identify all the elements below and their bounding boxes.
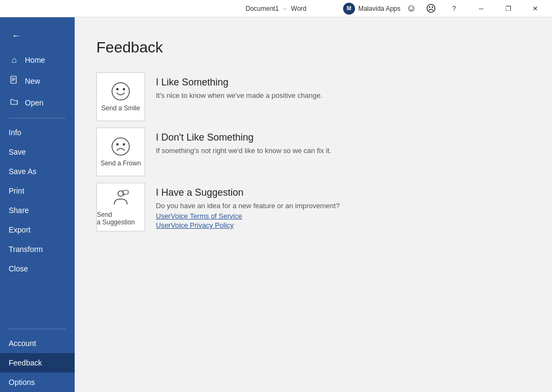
main-layout: ← ⌂ Home New [0,17,552,392]
svg-point-8 [117,144,119,145]
smile-card-icon-box[interactable]: Send a Smile [96,72,145,121]
transform-label: Transform [9,245,43,254]
svg-point-6 [123,89,125,90]
frown-card-text: I Don't Like Something If something's no… [156,128,331,157]
sidebar-divider-top [9,118,66,118]
smile-icon-label: Send a Smile [101,104,140,112]
sidebar-item-close[interactable]: Close [0,259,75,278]
sidebar-item-account[interactable]: Account [0,334,75,353]
minimize-icon: ─ [479,5,484,12]
app-name: Word [291,5,306,12]
print-label: Print [9,187,24,195]
account-label: Account [9,339,36,348]
sidebar-home-label: Home [25,56,45,64]
titlebar: Document1 – Word M Malavida Apps ☺ ☹ ? ─… [0,0,552,17]
feedback-card-suggestion[interactable]: Send a Suggestion I Have a Suggestion Do… [96,183,530,231]
home-icon: ⌂ [9,55,19,65]
smile-face-icon [111,82,130,101]
sidebar-item-feedback[interactable]: Feedback [0,353,75,373]
feedback-card-frown[interactable]: Send a Frown I Don't Like Something If s… [96,128,530,176]
sidebar-item-share[interactable]: Share [0,201,75,220]
minimize-button[interactable]: ─ [469,0,494,17]
smile-card-desc: It's nice to know when we've made a posi… [156,91,323,99]
title-separator: – [283,5,287,12]
options-label: Options [9,378,35,387]
frown-icon-label: Send a Frown [101,160,141,167]
close-icon: ✕ [533,5,538,12]
sidebar-bottom: Account Feedback Options [0,324,75,392]
svg-point-9 [123,144,125,145]
suggestion-icon [111,188,130,208]
sidebar-item-transform[interactable]: Transform [0,240,75,259]
share-label: Share [9,206,29,215]
save-label: Save [9,148,26,156]
close-menu-label: Close [9,264,28,273]
svg-point-5 [117,89,119,90]
help-icon: ? [452,5,456,12]
sidebar-item-save[interactable]: Save [0,142,75,162]
sidebar-item-print[interactable]: Print [0,181,75,201]
suggestion-card-icon-box[interactable]: Send a Suggestion [96,183,145,231]
help-button[interactable]: ? [442,0,466,17]
sidebar-new-label: New [25,77,40,85]
malavida-label: Malavida Apps [358,5,400,12]
frown-card-title: I Don't Like Something [156,132,331,143]
titlebar-center: Document1 – Word [246,5,307,12]
export-label: Export [9,225,30,234]
open-icon [9,97,19,108]
feedback-card-smile[interactable]: Send a Smile I Like Something It's nice … [96,72,530,121]
info-label: Info [9,128,21,137]
svg-point-4 [112,83,129,100]
page-title: Feedback [96,39,530,56]
sidebar-item-export[interactable]: Export [0,220,75,240]
smile-icon: ☺ [406,3,416,14]
save-as-label: Save As [9,167,36,176]
sidebar-item-save-as[interactable]: Save As [0,162,75,181]
frown-card-icon-box[interactable]: Send a Frown [96,128,145,176]
back-button[interactable]: ← [6,26,26,45]
restore-button[interactable]: ❐ [496,0,521,17]
sidebar-open-label: Open [25,98,43,107]
frown-button[interactable]: ☹ [422,0,439,17]
sidebar-item-home[interactable]: ⌂ Home [0,50,75,70]
uservoice-tos-link[interactable]: UserVoice Terms of Service [156,212,340,220]
feedback-label: Feedback [9,358,42,367]
frown-icon: ☹ [426,3,436,15]
suggestion-icon-label: Send a Suggestion [97,211,144,226]
close-button[interactable]: ✕ [523,0,548,17]
titlebar-right: M Malavida Apps ☺ ☹ ? ─ ❐ ✕ [343,0,548,17]
malavida-logo-text: M [347,5,351,11]
frown-face-icon [111,137,130,156]
suggestion-card-text: I Have a Suggestion Do you have an idea … [156,183,340,230]
smile-button[interactable]: ☺ [403,0,420,17]
sidebar-item-info[interactable]: Info [0,123,75,142]
malavida-section: M Malavida Apps [343,3,400,15]
malavida-logo: M [343,3,355,15]
sidebar-item-options[interactable]: Options [0,373,75,392]
sidebar-item-open[interactable]: Open [0,92,75,114]
smile-card-text: I Like Something It's nice to know when … [156,72,323,102]
sidebar-item-new[interactable]: New [0,70,75,92]
suggestion-card-title: I Have a Suggestion [156,187,340,198]
doc-title: Document1 [246,5,279,12]
sidebar-top: ← ⌂ Home New [0,17,75,283]
sidebar: ← ⌂ Home New [0,17,75,392]
new-icon [9,76,19,87]
svg-point-7 [112,138,129,155]
uservoice-privacy-link[interactable]: UserVoice Privacy Policy [156,221,340,229]
frown-card-desc: If something's not right we'd like to kn… [156,147,331,155]
smile-card-title: I Like Something [156,77,323,88]
back-arrow-icon: ← [11,30,21,42]
sidebar-divider-bottom [9,329,66,329]
content-area: Feedback Send a Smile I Like Something I… [75,17,552,392]
suggestion-card-desc: Do you have an idea for a new feature or… [156,202,340,210]
restore-icon: ❐ [505,5,511,12]
